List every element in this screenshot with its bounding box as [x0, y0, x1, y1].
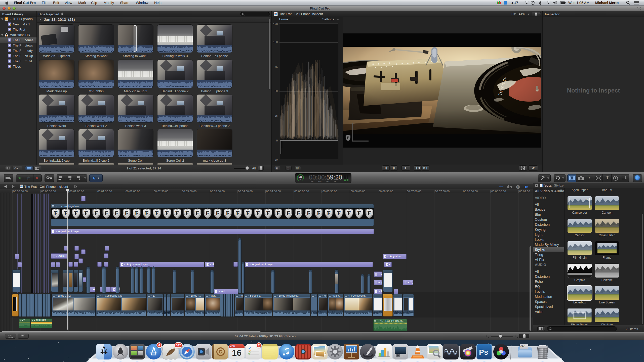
svg-text:2: 2: [615, 177, 616, 180]
svg-text:S: S: [517, 186, 519, 188]
svg-text:★: ★: [9, 55, 11, 57]
svg-text:★: ★: [9, 49, 11, 52]
svg-text:%: %: [299, 178, 301, 180]
svg-text:F: F: [347, 136, 349, 140]
svg-text:★: ★: [9, 60, 11, 63]
svg-text:100: 100: [298, 176, 302, 178]
svg-text:T: T: [625, 177, 627, 180]
svg-text:★: ★: [9, 39, 11, 41]
svg-text:★: ★: [9, 44, 11, 47]
